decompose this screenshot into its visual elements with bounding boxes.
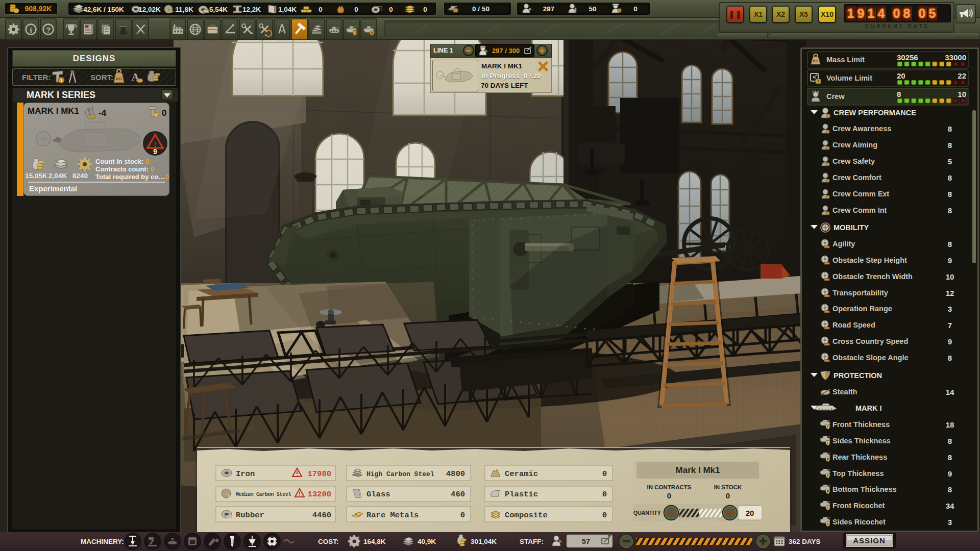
svg-text:QUANTITY: QUANTITY bbox=[633, 510, 661, 516]
svg-text:7: 7 bbox=[948, 321, 952, 330]
svg-text:Sides Thickness: Sides Thickness bbox=[832, 437, 891, 445]
svg-text:0: 0 bbox=[602, 490, 607, 499]
svg-text:Stealth: Stealth bbox=[832, 388, 857, 396]
svg-text:33000: 33000 bbox=[945, 53, 966, 62]
svg-text:Obstacle Slope Angle: Obstacle Slope Angle bbox=[832, 354, 909, 362]
svg-text:8240: 8240 bbox=[72, 172, 88, 180]
svg-text:34: 34 bbox=[946, 502, 954, 510]
svg-text:0: 0 bbox=[165, 173, 169, 181]
svg-text:8: 8 bbox=[948, 437, 952, 445]
svg-text:8: 8 bbox=[948, 206, 952, 215]
svg-text:COST:: COST: bbox=[318, 538, 339, 545]
svg-text:Transportability: Transportability bbox=[832, 289, 888, 297]
svg-text:Crew Safety: Crew Safety bbox=[832, 157, 875, 165]
svg-text:8: 8 bbox=[948, 453, 952, 462]
svg-text:1,04K: 1,04K bbox=[278, 6, 297, 13]
svg-text:57: 57 bbox=[582, 537, 591, 545]
svg-text:301,04K: 301,04K bbox=[471, 538, 497, 545]
svg-text:460: 460 bbox=[451, 490, 465, 499]
svg-text:30256: 30256 bbox=[897, 53, 918, 62]
svg-text:ASSIGN: ASSIGN bbox=[853, 536, 886, 545]
svg-text:8: 8 bbox=[948, 354, 952, 362]
svg-text:SORT:: SORT: bbox=[90, 73, 113, 82]
svg-text:0: 0 bbox=[602, 511, 607, 520]
svg-text:10: 10 bbox=[958, 90, 966, 98]
svg-text:Medium Carbon Steel: Medium Carbon Steel bbox=[236, 492, 291, 497]
svg-text:20: 20 bbox=[897, 71, 905, 80]
svg-text:42,6K / 150K: 42,6K / 150K bbox=[83, 6, 124, 13]
svg-text:5,54K: 5,54K bbox=[209, 6, 228, 13]
svg-text:18: 18 bbox=[946, 420, 954, 429]
svg-text:Cross Country Speed: Cross Country Speed bbox=[832, 337, 908, 345]
svg-text:9: 9 bbox=[948, 469, 952, 478]
svg-text:Front Thickness: Front Thickness bbox=[832, 420, 890, 429]
svg-text:Mark I Mk1: Mark I Mk1 bbox=[676, 465, 720, 475]
svg-text:High Carbon Steel: High Carbon Steel bbox=[366, 470, 434, 478]
svg-text:-4: -4 bbox=[99, 108, 107, 118]
svg-text:17980: 17980 bbox=[307, 469, 331, 479]
svg-text:Glass: Glass bbox=[366, 490, 390, 499]
svg-text:Rare Metals: Rare Metals bbox=[366, 511, 419, 520]
svg-text:Top Thickness: Top Thickness bbox=[832, 469, 884, 478]
svg-text:22: 22 bbox=[958, 71, 966, 80]
svg-text:Plastic: Plastic bbox=[505, 490, 538, 499]
svg-text:0: 0 bbox=[389, 6, 393, 13]
svg-text:297: 297 bbox=[543, 5, 555, 13]
svg-text:PROTECTION: PROTECTION bbox=[834, 371, 882, 380]
svg-text:362 DAYS: 362 DAYS bbox=[789, 538, 821, 545]
svg-text:0 / 50: 0 / 50 bbox=[472, 5, 489, 13]
svg-text:20: 20 bbox=[746, 509, 754, 517]
svg-text:8: 8 bbox=[948, 141, 952, 149]
svg-text:0: 0 bbox=[667, 491, 671, 500]
svg-text:12,02K: 12,02K bbox=[138, 6, 161, 13]
svg-text:1: 1 bbox=[60, 78, 62, 83]
svg-text:Count in stock: 0: Count in stock: 0 bbox=[95, 158, 149, 165]
svg-text:Volume Limit: Volume Limit bbox=[826, 74, 872, 82]
svg-text:15,05K: 15,05K bbox=[25, 172, 47, 180]
svg-text:0: 0 bbox=[460, 511, 465, 520]
svg-text:8: 8 bbox=[948, 190, 952, 198]
svg-text:0: 0 bbox=[318, 6, 323, 13]
svg-text:Crew Awareness: Crew Awareness bbox=[832, 124, 891, 133]
svg-text:8: 8 bbox=[948, 485, 952, 494]
svg-text:10: 10 bbox=[946, 272, 954, 281]
svg-text:4800: 4800 bbox=[446, 469, 465, 479]
svg-text:164,8K: 164,8K bbox=[363, 538, 386, 545]
svg-text:5: 5 bbox=[948, 157, 952, 166]
svg-text:0: 0 bbox=[602, 469, 607, 479]
svg-text:Road Speed: Road Speed bbox=[832, 321, 875, 329]
svg-text:0: 0 bbox=[423, 6, 427, 13]
svg-text:Total required by co…: Total required by co… bbox=[95, 173, 165, 181]
svg-text:STAFF:: STAFF: bbox=[520, 538, 544, 545]
svg-text:Sides Ricochet: Sides Ricochet bbox=[832, 518, 886, 526]
svg-text:Iron: Iron bbox=[236, 469, 255, 479]
svg-text:9: 9 bbox=[948, 256, 952, 265]
svg-text:Agility: Agility bbox=[832, 240, 855, 248]
svg-text:0: 0 bbox=[162, 108, 166, 118]
svg-text:IN CONTRACTS: IN CONTRACTS bbox=[647, 484, 692, 490]
svg-text:Rubber: Rubber bbox=[236, 511, 264, 520]
svg-text:Ceramic: Ceramic bbox=[505, 469, 538, 479]
svg-text:Obstacle Step Height: Obstacle Step Height bbox=[832, 256, 907, 264]
svg-text:0: 0 bbox=[726, 491, 730, 500]
svg-text:9: 9 bbox=[153, 147, 157, 156]
svg-text:KG: KG bbox=[116, 77, 122, 81]
svg-text:MARK I: MARK I bbox=[855, 404, 882, 412]
svg-text:Experimental: Experimental bbox=[29, 184, 77, 193]
svg-text:12,2K: 12,2K bbox=[242, 6, 261, 13]
svg-text:Crew Comm Ext: Crew Comm Ext bbox=[832, 190, 889, 198]
svg-text:MACHINERY:: MACHINERY: bbox=[81, 538, 124, 545]
svg-text:8: 8 bbox=[948, 124, 952, 133]
svg-text:Contracts count: 0: Contracts count: 0 bbox=[95, 165, 154, 173]
svg-text:11,8K: 11,8K bbox=[175, 6, 193, 13]
svg-text:Crew Comm Int: Crew Comm Int bbox=[832, 206, 887, 214]
svg-text:FILTER:: FILTER: bbox=[22, 73, 51, 82]
svg-text:Crew Aiming: Crew Aiming bbox=[832, 141, 877, 149]
svg-text:Obstacle Trench Width: Obstacle Trench Width bbox=[832, 272, 913, 281]
svg-text:Composite: Composite bbox=[505, 511, 548, 520]
svg-text:8: 8 bbox=[897, 90, 901, 98]
svg-text:3: 3 bbox=[948, 518, 952, 527]
svg-text:Mass Limit: Mass Limit bbox=[826, 56, 865, 64]
svg-text:CREW PERFORMANCE: CREW PERFORMANCE bbox=[834, 109, 916, 117]
svg-text:8: 8 bbox=[948, 173, 952, 182]
